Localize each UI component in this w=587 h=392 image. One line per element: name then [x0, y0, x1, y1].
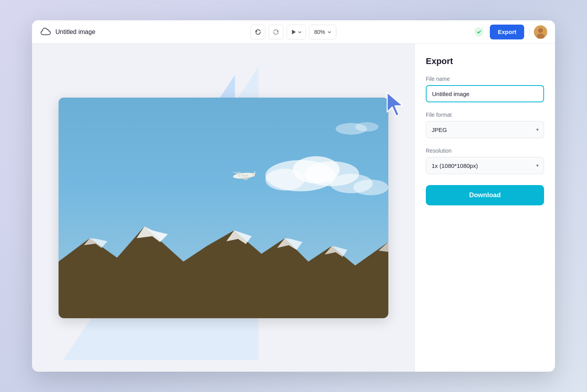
cloud-icon: [40, 26, 52, 38]
file-name-input[interactable]: [426, 85, 544, 102]
svg-point-10: [353, 180, 388, 195]
zoom-control[interactable]: 80%: [309, 25, 336, 39]
svg-rect-28: [242, 175, 244, 176]
resolution-wrapper: 1x (1080*1080px) 2x (2160*2160px) 0.5x (…: [426, 157, 544, 174]
file-format-select[interactable]: JPEG PNG SVG PDF WebP: [426, 121, 544, 138]
zoom-value: 80%: [314, 29, 325, 35]
header: Untitled image: [32, 20, 555, 44]
play-button[interactable]: [286, 25, 306, 39]
file-format-wrapper: JPEG PNG SVG PDF WebP ▾: [426, 121, 544, 138]
header-divider: [529, 27, 529, 37]
canvas-image[interactable]: [59, 98, 388, 318]
app-window: Untitled image: [32, 20, 555, 372]
resolution-label: Resolution: [426, 148, 544, 154]
file-format-label: File format: [426, 112, 544, 118]
svg-rect-27: [238, 175, 240, 176]
play-chevron: [298, 29, 302, 35]
main-content: Export File name File format JPEG PNG SV…: [32, 44, 555, 372]
file-format-group: File format JPEG PNG SVG PDF WebP ▾: [426, 112, 544, 138]
toolbar: 80%: [251, 25, 336, 39]
svg-point-8: [265, 169, 304, 191]
svg-point-12: [355, 122, 379, 132]
svg-rect-29: [245, 175, 247, 176]
svg-marker-0: [292, 30, 296, 34]
download-button[interactable]: Download: [426, 185, 544, 205]
export-panel: Export File name File format JPEG PNG SV…: [414, 44, 555, 372]
avatar[interactable]: [534, 25, 547, 39]
export-panel-title: Export: [426, 56, 544, 66]
export-button[interactable]: Export: [490, 25, 524, 39]
file-name-group: File name: [426, 76, 544, 102]
svg-point-2: [538, 28, 543, 33]
canvas-area[interactable]: [32, 44, 414, 372]
resolution-group: Resolution 1x (1080*1080px) 2x (2160*216…: [426, 148, 544, 174]
header-right: Export: [473, 25, 547, 39]
redo-button[interactable]: [269, 25, 283, 39]
doc-title: Untitled image: [55, 29, 95, 36]
file-name-label: File name: [426, 76, 544, 82]
resolution-select[interactable]: 1x (1080*1080px) 2x (2160*2160px) 0.5x (…: [426, 157, 544, 174]
shield-icon: [473, 26, 485, 38]
undo-button[interactable]: [251, 25, 265, 39]
